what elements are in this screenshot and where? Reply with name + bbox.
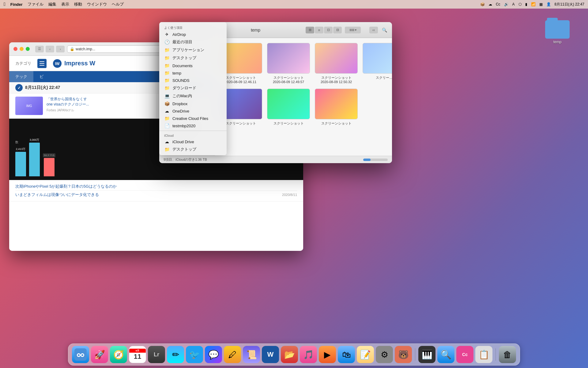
browser-min-btn[interactable] [20, 47, 24, 51]
dock-scroll[interactable]: 📜 [243, 346, 260, 363]
dock-prefs[interactable]: ⚙ [376, 346, 393, 363]
popup-icloudrive[interactable]: ☁ iCloud Drive [159, 138, 227, 145]
popup-sounds[interactable]: 📁 SOUNDS [159, 77, 227, 84]
dock-twitter[interactable]: 🐦 [186, 346, 203, 363]
popup-dropbox[interactable]: 📦 Dropbox [159, 100, 227, 107]
view-gallery-btn[interactable]: ⊟ [333, 27, 342, 33]
cc-icon[interactable]: Cc [496, 2, 500, 6]
dropbox-icon[interactable]: 📦 [480, 2, 485, 6]
finder-file-6[interactable]: スクリーンショット [267, 89, 310, 126]
finder-action-btn[interactable]: ⊞⊞ ▾ [345, 27, 361, 33]
tab-tech[interactable]: テック [9, 71, 33, 82]
dock-edit[interactable]: ✏ [167, 346, 184, 363]
article-timestamp: 8月11日(火) 22:47 [25, 85, 60, 90]
finder-file-7[interactable]: スクリーンショット [315, 89, 358, 126]
view-list-btn[interactable]: ≡ [315, 27, 323, 33]
menu-help[interactable]: ヘルプ [112, 2, 124, 7]
wifi-icon[interactable]: 📶 [531, 2, 536, 6]
folder-body [545, 20, 570, 39]
dock-notes[interactable]: 📝 [357, 346, 374, 363]
finder-search-btn[interactable]: 🔍 [381, 27, 388, 33]
bluetooth-icon[interactable]: ⬡ [518, 2, 522, 6]
menu-edit[interactable]: 編集 [48, 2, 56, 7]
site-logo[interactable]: IW Impress W [53, 59, 95, 68]
menu-view[interactable]: 表示 [61, 2, 69, 7]
volume-icon[interactable]: 🔊 [504, 2, 509, 6]
popup-onedrive[interactable]: ☁ OneDrive [159, 107, 227, 115]
messenger-icon: 💬 [208, 350, 219, 360]
file-thumb-7 [315, 89, 358, 119]
popup-desktop[interactable]: 📁 デスクトップ [159, 54, 227, 62]
dock-bear[interactable]: 🐻 [395, 346, 412, 363]
browser-max-btn[interactable] [26, 47, 30, 51]
popup-downloads[interactable]: 📁 ダウンロード [159, 84, 227, 92]
popup-airdrop[interactable]: ✈ AirDrop [159, 31, 227, 38]
browser-sidebar-btn[interactable]: ☰ [35, 46, 44, 52]
finder-file-2[interactable]: スクリーンショット2020-08-09 12.49.57 [267, 43, 310, 84]
popup-apps[interactable]: 📁 アプリケーション [159, 46, 227, 54]
dock-separator-2 [496, 348, 496, 361]
popup-recent[interactable]: 🕐 最近の項目 [159, 38, 227, 46]
popup-creativecloud[interactable]: 📁 Creative Cloud Files [159, 115, 227, 122]
dock-ftp[interactable]: 📂 [281, 346, 298, 363]
nav-menu-icon[interactable] [37, 59, 47, 68]
popup-temp[interactable]: 📁 temp [159, 69, 227, 77]
menu-go[interactable]: 移動 [74, 2, 82, 7]
menubar-right: 📦 ☁ Cc 🔊 A ⬡ ▮ 📶 ▦ 👤 8月11日(火) 22:47 [480, 2, 584, 7]
browser-back-btn[interactable]: ‹ [46, 46, 54, 52]
bar-1: 2,413万 [15, 147, 26, 176]
popup-thismac[interactable]: 💻 このMac内 [159, 92, 227, 100]
menu-finder[interactable]: Finder [10, 2, 23, 7]
dock-calendar[interactable]: 8月 11 [129, 346, 146, 363]
article-headline[interactable]: 次期iPhoneやPixel 5が起爆剤？日本の5Gはどうなるのか [15, 182, 297, 191]
view-icon-btn[interactable]: ⊞ [306, 27, 314, 33]
bear-icon: 🐻 [398, 350, 409, 360]
font-icon[interactable]: A [512, 2, 515, 6]
popup-documents[interactable]: 📁 Documents [159, 62, 227, 69]
popup-section-icloud: iCloud [159, 132, 227, 138]
dock-safari[interactable]: 🧭 [110, 346, 127, 363]
apple-menu[interactable]:  [4, 2, 6, 7]
dock-appstore[interactable]: 🛍 [338, 346, 355, 363]
tab-bi[interactable]: ビ [33, 71, 50, 82]
browser-close-btn[interactable] [13, 47, 17, 51]
menu-file[interactable]: ファイル [28, 2, 43, 7]
view-column-btn[interactable]: ⊡ [324, 27, 333, 33]
dock-vlc[interactable]: ▶ [319, 346, 336, 363]
finder-file-4[interactable]: スクリー... [363, 43, 392, 84]
popup-testmbp[interactable]: 📄 testmbp2020 [159, 122, 227, 129]
dock-clipboard[interactable]: 📋 [475, 346, 492, 363]
desktop-folder-icon[interactable]: temp [545, 18, 570, 44]
dock-music[interactable]: 🎵 [300, 346, 317, 363]
finder-file-3[interactable]: スクリーンショット2020-08-09 12.50.32 [315, 43, 358, 84]
dock-finder[interactable] [72, 346, 89, 363]
menu-window[interactable]: ウインドウ [87, 2, 107, 7]
dock-piano[interactable]: 🎹 [418, 346, 435, 363]
popup-sounds-label: SOUNDS [172, 78, 190, 83]
file-name-3: スクリーンショット2020-08-09 12.50.32 [321, 75, 352, 84]
article-item-1[interactable]: IMG 「世界から国境をなくすone visaのテクノロジー... Forbes… [9, 94, 156, 118]
trash-icon: 🗑 [503, 350, 512, 360]
popup-icloudrive-icon: ☁ [164, 139, 170, 144]
dock-messenger[interactable]: 💬 [205, 346, 222, 363]
dock-marker[interactable]: 🖊 [224, 346, 241, 363]
dock-launchpad[interactable]: 🚀 [91, 346, 108, 363]
dock-trash[interactable]: 🗑 [499, 346, 516, 363]
user-icon[interactable]: 👤 [546, 2, 551, 6]
thumb-image-4 [363, 43, 392, 73]
browser-forward-btn[interactable]: › [56, 46, 65, 52]
battery-icon[interactable]: ▮ [525, 2, 527, 6]
dock-qfinder[interactable]: 🔍 [437, 346, 454, 363]
icloud-icon[interactable]: ☁ [488, 2, 492, 6]
popup-icloud-desktop[interactable]: 📁 デスクトップ [159, 145, 227, 153]
dock-word[interactable]: W [262, 346, 279, 363]
check-icon: ✓ [15, 84, 23, 91]
popup-testmbp-label: testmbp2020 [172, 124, 195, 128]
dock-lightroom[interactable]: Lr [148, 346, 165, 363]
popup-airdrop-icon: ✈ [164, 32, 170, 37]
dock-cc[interactable]: Cc [456, 346, 473, 363]
menubar-extra[interactable]: ▦ [539, 2, 543, 6]
popup-icloudrive-label: iCloud Drive [172, 140, 194, 144]
finder-extra-left[interactable]: ‹‹ [369, 27, 378, 33]
article-headline2[interactable]: いまどきフィルムは現像ついにデータ化できる [15, 192, 99, 197]
